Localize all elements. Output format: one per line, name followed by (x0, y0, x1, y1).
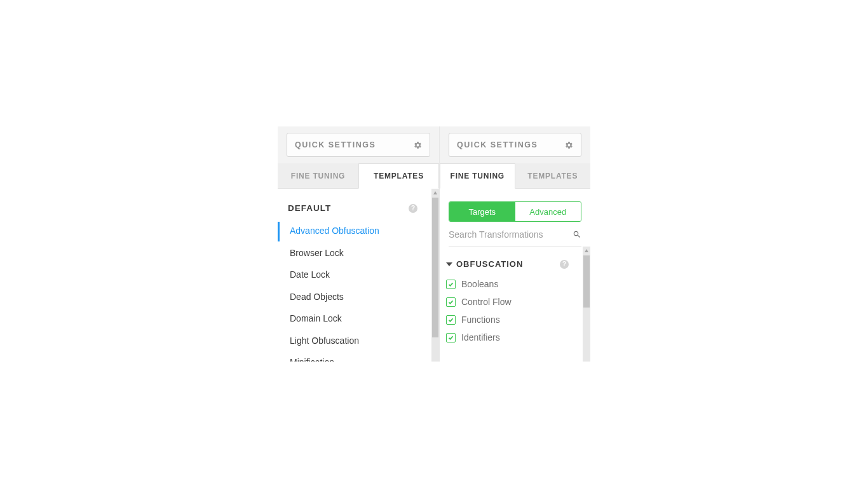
tab-fine-tuning[interactable]: FINE TUNING (278, 163, 358, 188)
quick-settings-label: QUICK SETTINGS (457, 140, 538, 149)
transform-item-functions[interactable]: Functions (446, 311, 583, 329)
tab-fine-tuning[interactable]: FINE TUNING (440, 163, 515, 189)
check-icon (448, 317, 454, 323)
scrollbar-left[interactable] (431, 189, 439, 362)
template-item-date-lock[interactable]: Date Lock (278, 266, 431, 285)
quick-settings-row-right: QUICK SETTINGS (440, 126, 590, 163)
template-item-light-obfuscation[interactable]: Light Obfuscation (278, 332, 431, 351)
caret-down-icon (446, 262, 452, 266)
search-icon[interactable] (573, 230, 581, 239)
fine-tuning-content: Targets Advanced OBFUSCATION ? (440, 189, 590, 362)
transform-item-control-flow[interactable]: Control Flow (446, 293, 583, 311)
transform-label: Booleans (461, 279, 498, 289)
transform-label: Control Flow (461, 297, 512, 307)
tabs-row-left: FINE TUNING TEMPLATES (278, 163, 439, 189)
transform-label: Functions (461, 315, 500, 325)
checkbox[interactable] (446, 333, 456, 342)
scrollbar-right[interactable] (583, 247, 590, 362)
scrollbar-thumb[interactable] (583, 255, 590, 308)
panel-templates: QUICK SETTINGS FINE TUNING TEMPLATES DEF… (278, 126, 440, 362)
transform-body: OBFUSCATION ? Booleans (440, 247, 590, 362)
transform-item-booleans[interactable]: Booleans (446, 275, 583, 293)
help-icon[interactable]: ? (409, 204, 417, 213)
check-icon (448, 335, 454, 341)
checkbox[interactable] (446, 280, 456, 289)
check-icon (448, 299, 454, 305)
template-item-browser-lock[interactable]: Browser Lock (278, 244, 431, 264)
segment-targets[interactable]: Targets (449, 202, 515, 221)
quick-settings-button[interactable]: QUICK SETTINGS (449, 133, 581, 157)
search-row (449, 229, 581, 247)
transform-item-identifiers[interactable]: Identifiers (446, 329, 583, 346)
tab-templates[interactable]: TEMPLATES (358, 163, 439, 189)
templates-content: DEFAULT ? Advanced Obfuscation Browser L… (278, 189, 439, 362)
transform-scroll: OBFUSCATION ? Booleans (440, 247, 583, 362)
quick-settings-row-left: QUICK SETTINGS (278, 126, 439, 163)
scrollbar-thumb[interactable] (432, 198, 438, 337)
tab-templates[interactable]: TEMPLATES (515, 163, 591, 188)
search-input[interactable] (449, 229, 573, 240)
dual-panel: QUICK SETTINGS FINE TUNING TEMPLATES DEF… (278, 126, 590, 362)
transformation-list: Booleans Control Flow Func (440, 273, 583, 346)
template-list: Advanced Obfuscation Browser Lock Date L… (278, 222, 431, 362)
segment-wrap: Targets Advanced (440, 189, 590, 222)
template-item-minification[interactable]: Minification (278, 353, 431, 362)
panel-fine-tuning: QUICK SETTINGS FINE TUNING TEMPLATES Tar… (440, 126, 590, 362)
template-item-advanced-obfuscation[interactable]: Advanced Obfuscation (278, 222, 431, 241)
section-title: DEFAULT (288, 203, 331, 213)
quick-settings-button[interactable]: QUICK SETTINGS (287, 133, 430, 157)
group-header-obfuscation[interactable]: OBFUSCATION ? (440, 247, 583, 273)
tabs-row-right: FINE TUNING TEMPLATES (440, 163, 590, 189)
quick-settings-label: QUICK SETTINGS (295, 140, 376, 149)
template-item-dead-objects[interactable]: Dead Objects (278, 288, 431, 308)
gear-icon (414, 141, 422, 149)
gear-icon (565, 141, 573, 149)
transform-label: Identifiers (461, 332, 500, 342)
segmented-control: Targets Advanced (449, 201, 581, 222)
templates-section-header: DEFAULT ? (278, 189, 431, 222)
checkbox[interactable] (446, 315, 456, 325)
group-title: OBFUSCATION (456, 259, 556, 269)
templates-scroll: DEFAULT ? Advanced Obfuscation Browser L… (278, 189, 431, 362)
template-item-domain-lock[interactable]: Domain Lock (278, 309, 431, 329)
check-icon (448, 281, 454, 287)
checkbox[interactable] (446, 297, 456, 307)
segment-advanced[interactable]: Advanced (515, 202, 581, 221)
help-icon[interactable]: ? (560, 260, 569, 269)
